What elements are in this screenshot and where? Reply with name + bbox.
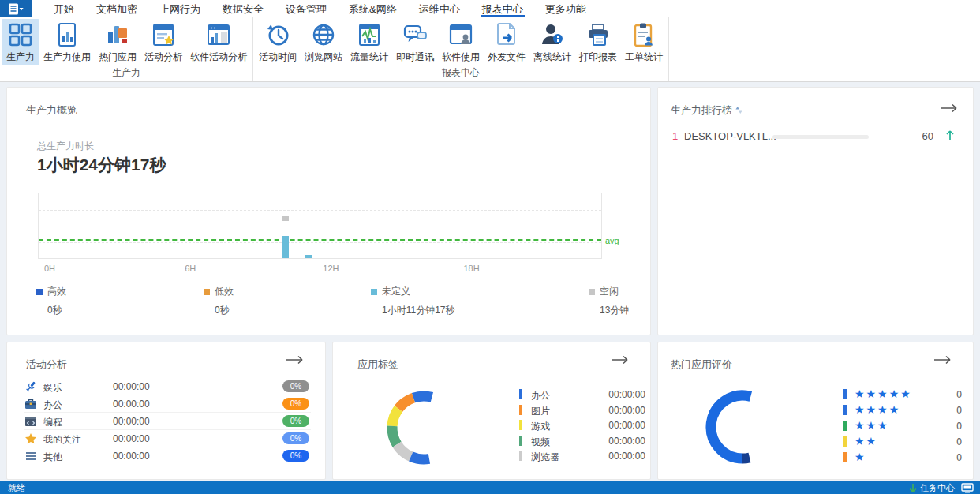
monitor-icon[interactable] [961, 483, 974, 493]
star-rating: ★ [855, 451, 866, 463]
ribbon-button-productivity[interactable]: 生产力 [2, 19, 39, 65]
ribbon-button-software-activity[interactable]: 软件活动分析 [186, 19, 251, 65]
ribbon-button-outgoing-files[interactable]: 外发文件 [484, 19, 529, 65]
legend-item-inefficient[interactable]: 低效 0秒 [204, 285, 234, 317]
panel-more-arrow[interactable] [940, 102, 959, 116]
total-productivity-value: 1小时24分钟17秒 [37, 154, 166, 176]
activity-row-my-focus[interactable]: 我的关注 00:00:00 0% [24, 430, 311, 447]
app-menu-button[interactable] [0, 0, 32, 17]
legend-swatch [36, 289, 43, 295]
rating-row-1-star[interactable]: ★ 0 [843, 450, 962, 466]
usage-doc-icon [54, 22, 80, 47]
offline-person-icon [540, 22, 565, 47]
tag-row-video[interactable]: 视频 00:00:00 [519, 433, 645, 449]
ribbon-button-label: 软件活动分析 [190, 51, 247, 64]
legend-label: 未定义 [382, 285, 410, 298]
menu-item-ops-center[interactable]: 运维中心 [408, 0, 471, 17]
activity-time: 00:00:00 [113, 416, 150, 427]
legend-value: 13分钟 [600, 304, 629, 317]
panel-more-arrow[interactable] [286, 354, 305, 368]
activity-label: 我的关注 [43, 433, 81, 447]
clipboard-icon [631, 22, 656, 47]
activity-percent-badge: 0% [282, 398, 309, 410]
task-center-button[interactable]: 任务中心 [920, 482, 955, 494]
ranking-title-text: 生产力排行榜 [671, 104, 732, 116]
ratings-donut-chart [703, 387, 782, 466]
ribbon-button-work-order-stats[interactable]: 工单统计 [621, 19, 667, 65]
ribbon-button-traffic-stats[interactable]: 流量统计 [346, 19, 392, 65]
rating-row-5-star[interactable]: ★★★★★ 0 [843, 387, 962, 402]
menu-item-more[interactable]: 更多功能 [534, 0, 597, 17]
menu-item-web-behavior[interactable]: 上网行为 [148, 0, 211, 17]
rating-count: 0 [956, 389, 962, 400]
menu-item-report-center[interactable]: 报表中心 [471, 0, 534, 17]
gridline [39, 210, 601, 211]
arrow-right-icon [286, 355, 305, 365]
ribbon-button-label: 活动时间 [259, 51, 297, 64]
grid-icon [8, 22, 33, 47]
activity-label: 娱乐 [43, 381, 62, 395]
tag-time: 00:00:00 [608, 405, 645, 416]
panel-more-arrow[interactable] [611, 354, 630, 368]
ribbon-button-software-usage[interactable]: 软件使用 [438, 19, 484, 65]
activity-time: 00:00:00 [113, 451, 150, 462]
x-axis-tick: 0H [44, 264, 55, 273]
app-tags-legend: 办公 00:00:00 图片 00:00:00 游戏 00:00:00 视频 0… [519, 387, 645, 464]
ranking-row[interactable]: 1 DESKTOP-VLKTL... 60 [658, 127, 973, 146]
star-rating: ★★★★ [855, 403, 900, 416]
ribbon-button-print-report[interactable]: 打印报表 [575, 19, 621, 65]
rating-row-3-star[interactable]: ★★★ 0 [843, 418, 962, 434]
software-usage-icon [448, 22, 473, 47]
menu-item-data-security[interactable]: 数据安全 [211, 0, 275, 17]
activity-rows: 娱乐 00:00:00 0% 办公 00:00:00 0% 编程 00:00:0… [24, 378, 311, 465]
gridline [39, 226, 601, 226]
ribbon-button-activity-analysis[interactable]: 活动分析 [140, 19, 186, 65]
sort-icon[interactable] [735, 105, 742, 117]
main-content: 生产力概览 总生产力时长 1小时24分钟17秒 avg 高效 0秒 低效 0秒 … [0, 82, 980, 481]
tag-time: 00:00:00 [608, 420, 645, 431]
legend-item-undefined[interactable]: 未定义 1小时11分钟17秒 [371, 285, 454, 317]
briefcase-icon [24, 398, 37, 410]
activity-percent-badge: 0% [282, 450, 309, 462]
ribbon-button-productivity-usage[interactable]: 生产力使用 [39, 19, 95, 65]
activity-doc-icon [151, 22, 176, 47]
tag-color-chip [519, 389, 522, 399]
ribbon-button-activity-time[interactable]: 活动时间 [255, 19, 301, 65]
legend-swatch [204, 289, 210, 295]
menu-item-doc-encrypt[interactable]: 文档加密 [85, 0, 148, 17]
ribbon-button-hot-apps[interactable]: 热门应用 [95, 19, 140, 65]
tag-row-office[interactable]: 办公 00:00:00 [519, 387, 645, 402]
activity-row-other[interactable]: 其他 00:00:00 0% [24, 447, 311, 465]
legend-item-idle[interactable]: 空闲 13分钟 [589, 285, 629, 317]
ribbon-button-browse-web[interactable]: 浏览网站 [301, 19, 346, 65]
app-icon [7, 3, 24, 15]
rating-row-4-star[interactable]: ★★★★ 0 [843, 402, 962, 418]
activity-row-entertainment[interactable]: 娱乐 00:00:00 0% [24, 378, 311, 395]
donut-seg-pictures [398, 398, 413, 409]
tag-row-games[interactable]: 游戏 00:00:00 [519, 417, 645, 433]
ribbon-button-offline-stats[interactable]: 离线统计 [529, 19, 575, 65]
menu-item-system-network[interactable]: 系统&网络 [338, 0, 408, 17]
legend-label: 低效 [215, 285, 234, 298]
ribbon-button-instant-messaging[interactable]: 即时通讯 [392, 19, 438, 65]
activity-time: 00:00:00 [113, 399, 150, 410]
ribbon-group-report-center: 活动时间 浏览网站 流量统计 即时通讯 软件使用 外发文件 离线统计 打印报表 [253, 17, 669, 81]
activity-row-office[interactable]: 办公 00:00:00 0% [24, 395, 311, 413]
tag-row-browser[interactable]: 浏览器 00:00:00 [519, 448, 645, 464]
legend-item-efficient[interactable]: 高效 0秒 [36, 285, 66, 317]
tag-time: 00:00:00 [608, 436, 645, 447]
activity-label: 编程 [43, 416, 62, 429]
panel-more-arrow[interactable] [933, 354, 952, 368]
chart-bar-未定义 [305, 255, 312, 258]
panel-title: 生产力概览 [26, 103, 77, 118]
ribbon-button-label: 离线统计 [533, 51, 571, 64]
menu-item-start[interactable]: 开始 [43, 0, 85, 17]
tag-color-chip [519, 436, 522, 446]
productivity-bar-plot [38, 193, 602, 259]
panel-title: 热门应用评价 [671, 357, 732, 372]
activity-row-programming[interactable]: 编程 00:00:00 0% [24, 413, 311, 430]
menu-item-device-mgmt[interactable]: 设备管理 [275, 0, 338, 17]
panel-title: 应用标签 [357, 357, 398, 372]
tag-row-pictures[interactable]: 图片 00:00:00 [519, 402, 645, 418]
rating-row-2-star[interactable]: ★★ 0 [843, 434, 962, 450]
